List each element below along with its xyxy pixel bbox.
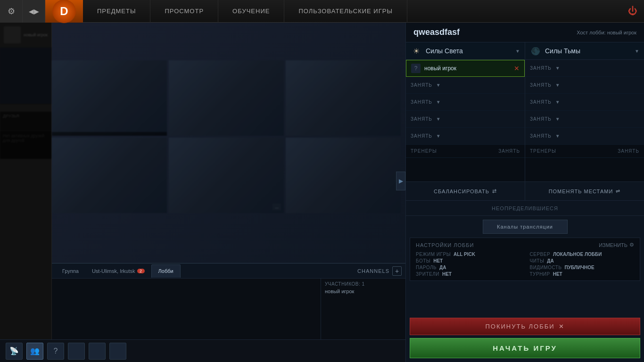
balance-button[interactable]: СБАЛАНСИРОВАТЬ ⇄ [406,182,525,200]
toolbar-btn-6[interactable] [109,343,126,360]
main-content-area: новый игрок ДРУЗЬЯ Нет активных друзей д… [0,23,405,362]
toolbar-btn-5[interactable] [89,343,106,360]
add-channel-button[interactable]: + [392,266,402,276]
chat-tab-group[interactable]: Группа [56,264,85,278]
radiant-slot-2[interactable]: ЗАНЯТЬ ▼ [406,77,525,94]
chat-tab-lobby[interactable]: Лобби [151,264,181,278]
radiant-slot-4[interactable]: ЗАНЯТЬ ▼ [406,111,525,128]
active-player-name: новый игрок [424,65,510,72]
game-tile-2[interactable] [169,60,284,136]
tab-items[interactable]: ПРЕДМЕТЫ [83,0,150,23]
nav-arrows-button[interactable]: ◀▶ [23,0,45,23]
leave-lobby-label: ПОКИНУТЬ ЛОББИ [485,323,554,330]
toolbar-people-button[interactable]: 👥 [26,343,43,360]
radiant-trainers-cell: ТРЕНЕРЫ ЗАНЯТЬ [406,148,525,154]
lobby-name: qweasdfasf [413,27,460,37]
remove-player-button[interactable]: ✕ [514,65,520,72]
settings-val-1: ЛОКАЛЬНОЕ ЛОББИ [553,252,602,257]
settings-key-4: ПАРОЛЬ [416,265,437,270]
bottom-toolbar: 📡 👥 ? [0,339,405,362]
dire-slot-4[interactable]: ЗАНЯТЬ ▼ [525,111,644,128]
settings-row-2: БОТЫ НЕТ [416,258,520,263]
tab-watch[interactable]: ПРОСМОТР [150,0,218,23]
dire-slot-dropdown-4[interactable]: ▼ [555,116,560,122]
slot-dropdown-icon[interactable]: ▼ [436,82,441,88]
slot-dropdown-icon-3[interactable]: ▼ [436,99,441,105]
slot-dropdown-icon-4[interactable]: ▼ [436,116,441,122]
dire-slot-take-5: ЗАНЯТЬ [530,133,552,139]
toolbar-signal-button[interactable]: 📡 [6,343,23,360]
nav-tabs: ПРЕДМЕТЫ ПРОСМОТР ОБУЧЕНИЕ ПОЛЬЗОВАТЕЛЬС… [83,0,621,23]
dire-slot-5[interactable]: ЗАНЯТЬ ▼ [525,128,644,145]
game-tile-3[interactable] [286,60,401,136]
active-player-slot: ? новый игрок ✕ [406,60,525,77]
power-button[interactable]: ⏻ [621,0,644,23]
settings-val-4: ДА [439,265,446,270]
settings-edit-button[interactable]: ИЗМЕНИТЬ ⚙ [599,242,634,248]
game-tiles-grid: ... [52,60,401,213]
dire-dropdown-icon[interactable]: ▼ [635,49,639,54]
avatar [4,26,21,43]
dota-logo[interactable]: D [45,0,83,23]
radiant-trainers-label: ТРЕНЕРЫ [411,148,437,154]
settings-grid: РЕЖИМ ИГРЫ ALL PICK СЕРВЕР ЛОКАЛЬНОЕ ЛОБ… [416,252,634,277]
dire-team-header: 🌑 Силы Тьмы ▼ [525,42,644,60]
game-tile-1[interactable] [52,60,167,136]
settings-val-5: ПУБЛИЧНОЕ [565,265,594,270]
settings-key-2: БОТЫ [416,258,430,263]
sidebar-friend-item[interactable]: новый игрок [0,23,51,48]
radiant-trainers-take[interactable]: ЗАНЯТЬ [498,148,520,154]
settings-row-0: РЕЖИМ ИГРЫ ALL PICK [416,252,520,257]
settings-val-7: НЕТ [553,272,562,277]
dota-logo-circle: D [52,0,76,23]
expand-panel-arrow[interactable]: ▶ [396,172,405,190]
settings-key-3: ЧИТЫ [530,258,545,263]
radiant-dropdown-icon[interactable]: ▼ [515,49,520,54]
undecided-row: НЕОПРЕДЕЛИВШИЕСЯ [406,201,644,216]
slot-dropdown-icon-5[interactable]: ▼ [436,133,441,139]
game-tile-4[interactable] [52,138,167,213]
radiant-slot-5[interactable]: ЗАНЯТЬ ▼ [406,128,525,145]
dire-slot-3[interactable]: ЗАНЯТЬ ▼ [525,94,644,111]
dire-slot-take-4: ЗАНЯТЬ [530,116,552,122]
tab-custom[interactable]: ПОЛЬЗОВАТЕЛЬСКИЕ ИГРЫ [284,0,407,23]
slot-take-label: ЗАНЯТЬ [411,82,432,88]
dire-slot-dropdown-5[interactable]: ▼ [555,133,560,139]
chat-participants-panel: УЧАСТНИКОВ: 1 новый игрок [321,279,405,345]
dire-slot-dropdown-3[interactable]: ▼ [555,99,560,105]
dire-slot-1[interactable]: ЗАНЯТЬ ▼ [525,60,644,77]
leave-lobby-button[interactable]: ПОКИНУТЬ ЛОББИ ✕ [410,318,640,335]
channels-label: CHANNELS [357,268,389,274]
settings-row-3: ЧИТЫ ДА [530,258,635,263]
game-tile-5[interactable]: ... [169,138,284,213]
dire-trainers-take[interactable]: ЗАНЯТЬ [618,148,639,154]
game-tile-6[interactable] [286,138,401,213]
tab-learn[interactable]: ОБУЧЕНИЕ [218,0,284,23]
broadcast-button[interactable]: Каналы трансляции [483,220,568,234]
swap-button[interactable]: ПОМЕНЯТЬ МЕСТАМИ ⇌ [525,182,644,200]
chat-tab-ust[interactable]: Ust-Ulimsk, Irkutsk 2 [85,264,151,278]
toolbar-btn-4[interactable] [68,343,85,360]
lobby-header: qweasdfasf Хост лобби: новый игрок [406,23,644,42]
radiant-trainer-area [406,158,525,181]
dire-slot-dropdown-1[interactable]: ▼ [555,66,560,71]
radiant-team: ☀ Силы Света ▼ ? новый игрок ✕ ЗАНЯТЬ ▼ … [406,42,525,181]
toolbar-question-button[interactable]: ? [47,343,64,360]
chat-main-messages[interactable] [52,279,321,345]
start-game-button[interactable]: НАЧАТЬ ИГРУ [410,338,640,358]
radiant-slot-3[interactable]: ЗАНЯТЬ ▼ [406,94,525,111]
settings-val-6: НЕТ [442,272,452,277]
settings-val-0: ALL PICK [454,252,475,257]
left-sidebar: новый игрок ДРУЗЬЯ Нет активных друзей д… [0,23,52,362]
dire-slot-take-1: ЗАНЯТЬ [530,66,552,71]
settings-key-6: ЗРИТЕЛИ [416,272,439,277]
bottom-buttons: ПОКИНУТЬ ЛОББИ ✕ НАЧАТЬ ИГРУ [406,314,644,362]
player-slot-icon: ? [411,64,421,73]
chat-tab-ust-label: Ust-Ulimsk, Irkutsk [92,268,135,274]
dire-slot-dropdown-2[interactable]: ▼ [555,82,560,88]
dire-slot-2[interactable]: ЗАНЯТЬ ▼ [525,77,644,94]
dire-trainer-area [525,158,644,181]
chat-messages-area: УЧАСТНИКОВ: 1 новый игрок [52,279,405,345]
settings-button[interactable]: ⚙ [0,0,23,23]
dire-icon: 🌑 [530,45,541,57]
